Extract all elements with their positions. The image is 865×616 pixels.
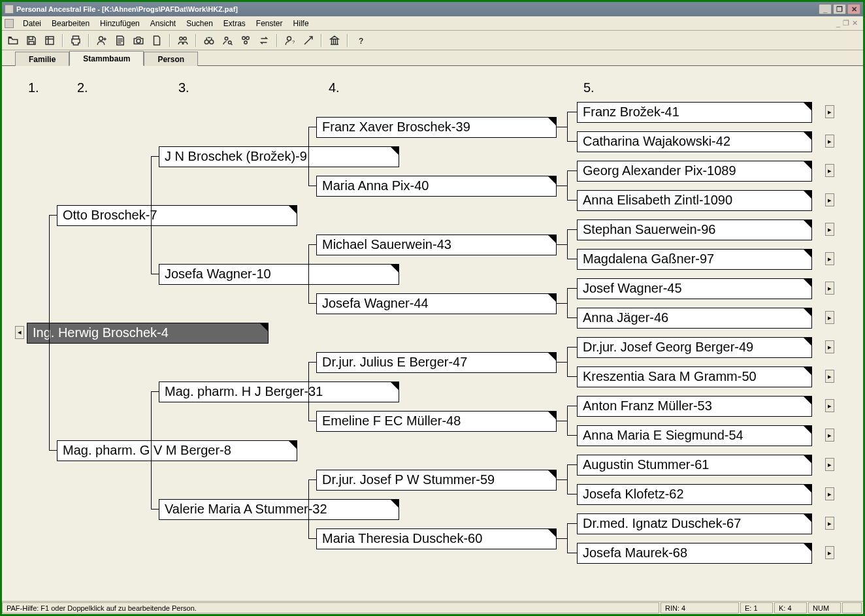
- root-back-button[interactable]: ◂: [15, 326, 24, 339]
- expand-button-3[interactable]: ▸: [825, 193, 834, 206]
- person-box-g4-1[interactable]: Maria Anna Pix-40: [316, 176, 557, 197]
- document-icon[interactable]: [150, 33, 164, 48]
- expand-button-6[interactable]: ▸: [825, 282, 834, 295]
- group-icon[interactable]: [238, 33, 253, 48]
- person-box-g5-12[interactable]: Augustin Stummer-61: [577, 455, 812, 476]
- expand-button-2[interactable]: ▸: [825, 164, 834, 177]
- person-box-g5-13[interactable]: Josefa Klofetz-62: [577, 484, 812, 505]
- menu-extras[interactable]: Extras: [218, 18, 251, 29]
- person-box-g5-14[interactable]: Dr.med. Ignatz Duschek-67: [577, 513, 812, 534]
- person-box-g5-11[interactable]: Anna Maria E Siegmund-54: [577, 425, 812, 446]
- person-box-g4-7[interactable]: Maria Theresia Duschek-60: [316, 528, 557, 549]
- person-add-icon[interactable]: [95, 33, 109, 48]
- app-icon: [5, 5, 14, 14]
- arrow-icon[interactable]: [301, 33, 316, 48]
- minimize-button[interactable]: _: [819, 4, 832, 14]
- expand-button-4[interactable]: ▸: [825, 223, 834, 236]
- print-icon[interactable]: [69, 33, 83, 48]
- expand-button-14[interactable]: ▸: [825, 517, 834, 530]
- person-box-g5-0[interactable]: Franz Brožek-41: [577, 102, 812, 123]
- person-box-g3-2[interactable]: Mag. pharm. H J Berger-31: [159, 381, 399, 402]
- person-box-g4-3[interactable]: Josefa Wagner-44: [316, 293, 557, 314]
- person-box-g5-2[interactable]: Georg Alexander Pix-1089: [577, 161, 812, 182]
- svg-point-6: [225, 37, 228, 40]
- mdi-close-button[interactable]: ✕: [852, 19, 858, 27]
- edit-icon[interactable]: [42, 33, 57, 48]
- mdi-restore-button[interactable]: ❐: [843, 19, 849, 27]
- open-icon[interactable]: [6, 33, 20, 48]
- maximize-button[interactable]: ❐: [833, 4, 846, 14]
- svg-text:?: ?: [359, 36, 363, 45]
- person-box-g4-2[interactable]: Michael Sauerwein-43: [316, 235, 557, 255]
- person-box-g5-9[interactable]: Kreszentia Sara M Gramm-50: [577, 366, 812, 387]
- tab-person[interactable]: Person: [144, 52, 198, 66]
- person-box-g5-5[interactable]: Magdalena Gaßner-97: [577, 249, 812, 270]
- person-box-g5-10[interactable]: Anton Franz Müller-53: [577, 396, 812, 417]
- person-box-g4-6[interactable]: Dr.jur. Josef P W Stummer-59: [316, 470, 557, 491]
- expand-button-7[interactable]: ▸: [825, 311, 834, 324]
- note-icon[interactable]: [113, 33, 127, 48]
- window-title: Personal Ancestral File - [K:\Ahnen\Prog…: [16, 5, 819, 13]
- person-box-g2-1[interactable]: Mag. pharm. G V M Berger-8: [57, 440, 297, 461]
- tab-stammbaum[interactable]: Stammbaum: [69, 51, 144, 66]
- tab-familie[interactable]: Familie: [15, 52, 69, 66]
- svg-point-2: [180, 37, 183, 40]
- svg-point-8: [242, 37, 246, 40]
- tab-row: Familie Stammbaum Person: [2, 50, 863, 66]
- menu-hinzufuegen[interactable]: Hinzufügen: [95, 18, 145, 29]
- search-person-icon[interactable]: [220, 33, 235, 48]
- exchange-icon[interactable]: [257, 33, 271, 48]
- expand-button-0[interactable]: ▸: [825, 105, 834, 118]
- expand-button-10[interactable]: ▸: [825, 399, 834, 412]
- person-box-g5-3[interactable]: Anna Elisabeth Zintl-1090: [577, 190, 812, 211]
- status-empty: [842, 602, 862, 613]
- binoculars-icon[interactable]: [202, 33, 216, 48]
- status-k: K: 4: [774, 602, 807, 613]
- person-box-root[interactable]: Ing. Herwig Broschek-4: [27, 323, 269, 344]
- person-box-g3-3[interactable]: Valerie Maria A Stummer-32: [159, 499, 399, 520]
- person-box-g5-7[interactable]: Anna Jäger-46: [577, 308, 812, 329]
- person-box-g3-1[interactable]: Josefa Wagner-10: [159, 264, 399, 285]
- menu-hilfe[interactable]: Hilfe: [288, 18, 314, 29]
- camera-icon[interactable]: [131, 33, 146, 48]
- expand-button-1[interactable]: ▸: [825, 135, 834, 148]
- person-box-g5-6[interactable]: Josef Wagner-45: [577, 278, 812, 299]
- titlebar: Personal Ancestral File - [K:\Ahnen\Prog…: [2, 2, 863, 16]
- help-icon[interactable]: ?: [353, 33, 368, 48]
- expand-button-5[interactable]: ▸: [825, 252, 834, 265]
- person-box-g3-0[interactable]: J N Broschek (Brožek)-9: [159, 146, 399, 167]
- status-e: E: 1: [740, 602, 773, 613]
- close-button[interactable]: ✕: [847, 4, 860, 14]
- person-box-g4-4[interactable]: Dr.jur. Julius E Berger-47: [316, 352, 557, 373]
- menu-suchen[interactable]: Suchen: [181, 18, 218, 29]
- person-box-g5-1[interactable]: Catharina Wajakowski-42: [577, 131, 812, 152]
- svg-point-5: [210, 40, 214, 44]
- expand-button-13[interactable]: ▸: [825, 487, 834, 500]
- statusbar: PAF-Hilfe: F1 oder Doppelklick auf zu be…: [2, 601, 863, 614]
- expand-button-12[interactable]: ▸: [825, 458, 834, 471]
- person-question-icon[interactable]: ?: [283, 33, 297, 48]
- pedigree-view: 1.2.3.4.5.Franz Brožek-41▸Catharina Waja…: [2, 66, 863, 601]
- expand-button-15[interactable]: ▸: [825, 546, 834, 559]
- menu-fenster[interactable]: Fenster: [251, 18, 288, 29]
- person-box-g5-4[interactable]: Stephan Sauerwein-96: [577, 219, 812, 240]
- expand-button-11[interactable]: ▸: [825, 429, 834, 442]
- menu-datei[interactable]: Datei: [18, 18, 46, 29]
- status-rin: RIN: 4: [661, 602, 739, 613]
- mdi-minimize-button[interactable]: _: [836, 20, 840, 27]
- mdi-icon: [5, 19, 14, 28]
- menu-ansicht[interactable]: Ansicht: [145, 18, 181, 29]
- two-people-icon[interactable]: [176, 33, 190, 48]
- expand-button-9[interactable]: ▸: [825, 370, 834, 383]
- person-box-g5-8[interactable]: Dr.jur. Josef Georg Berger-49: [577, 337, 812, 358]
- person-box-g4-0[interactable]: Franz Xaver Broschek-39: [316, 117, 557, 138]
- temple-icon[interactable]: [327, 33, 342, 48]
- menu-bearbeiten[interactable]: Bearbeiten: [46, 18, 95, 29]
- expand-button-8[interactable]: ▸: [825, 340, 834, 353]
- save-icon[interactable]: [24, 33, 39, 48]
- person-box-g2-0[interactable]: Otto Broschek-7: [57, 205, 297, 226]
- person-box-g4-5[interactable]: Emeline F EC Müller-48: [316, 411, 557, 432]
- person-box-g5-15[interactable]: Josefa Maurek-68: [577, 543, 812, 564]
- generation-label: 1.: [28, 80, 39, 95]
- svg-point-10: [244, 41, 248, 44]
